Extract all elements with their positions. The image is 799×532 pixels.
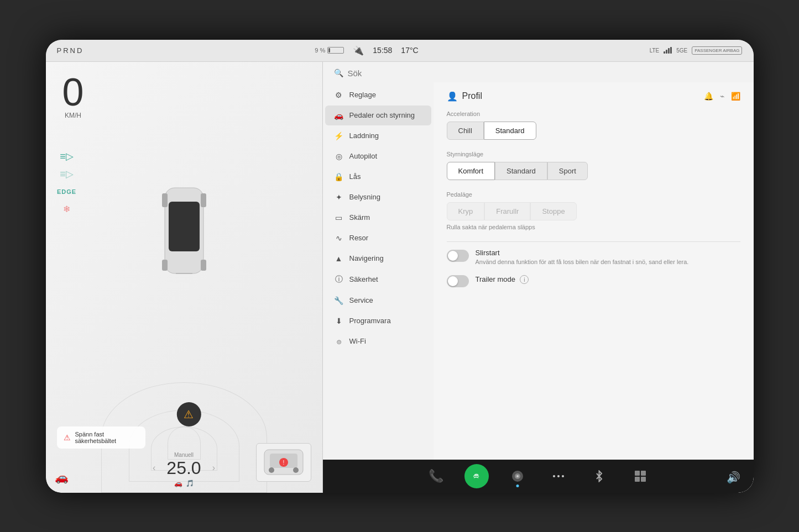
- sidebar-item-programvara[interactable]: ⬇ Programvara: [325, 311, 431, 331]
- slirstart-toggle[interactable]: [447, 250, 469, 262]
- skarm-icon: ▭: [334, 213, 344, 222]
- search-input[interactable]: [348, 69, 743, 78]
- sidebar-item-wifi[interactable]: ⌾ Wi-Fi: [325, 331, 431, 351]
- sidebar-item-laddning[interactable]: ⚡ Laddning: [325, 126, 431, 146]
- styrning-standard-button[interactable]: Standard: [495, 162, 547, 180]
- car-thumbnail: !: [256, 443, 311, 482]
- spotify-icon-taskbar[interactable]: [464, 464, 489, 488]
- menu-list: ⚙ Reglage 🚗 Pedaler och styrning ⚡ Laddn…: [323, 82, 434, 460]
- navigering-icon: ▲: [334, 254, 344, 263]
- top-bar-left: PRND: [57, 46, 84, 55]
- styrning-sport-button[interactable]: Sport: [547, 162, 588, 180]
- car-icon-bottom-small: 🚗: [174, 480, 182, 487]
- signal-bar-4: [670, 47, 672, 54]
- settings-panel: 👤 Profil 🔔 ⌁ 📶 Acceleration: [434, 82, 754, 460]
- svg-rect-5: [201, 260, 206, 271]
- bottom-icons: 🚗 🎵: [153, 480, 215, 487]
- svg-rect-22: [635, 477, 640, 482]
- acceleration-chill-button[interactable]: Chill: [447, 122, 484, 140]
- battery-fill: [328, 48, 330, 52]
- programvara-label: Programvara: [349, 317, 391, 325]
- sidebar-item-resor[interactable]: ∿ Resor: [325, 228, 431, 248]
- acceleration-standard-button[interactable]: Standard: [484, 122, 536, 140]
- search-bar: 🔍: [323, 62, 754, 82]
- speed-chevrons: ‹ 25.0 ›: [153, 458, 215, 478]
- styrningslage-label: Styrningsläge: [447, 151, 740, 157]
- speed-display: 0 KM/H: [62, 73, 84, 119]
- styrningslage-button-group: Komfort Standard Sport: [447, 162, 740, 180]
- signal-bars: [664, 47, 672, 54]
- sidebar-item-las[interactable]: 🔒 Lås: [325, 167, 431, 187]
- slirstart-text-group: Slirstart Använd denna funktion för att …: [476, 249, 689, 266]
- sidebar-item-belysning[interactable]: ✦ Belysning: [325, 187, 431, 207]
- sakerhet-icon: ⓘ: [334, 275, 344, 285]
- headlight-high-icon: ≡▷: [57, 150, 77, 162]
- pedalage-label: Pedaläge: [447, 191, 740, 198]
- signal-icon-header: 📶: [731, 92, 740, 101]
- pedalage-section: Pedaläge Kryp Frarullr Stoppe Rulla sakt…: [447, 191, 740, 230]
- svg-rect-3: [201, 193, 206, 207]
- svg-rect-21: [641, 471, 646, 476]
- headlight-low-icon: ≡▷: [57, 168, 77, 180]
- airbag-badge: PASSENGER AIRBAG: [692, 46, 742, 55]
- car-icon-taskbar-left[interactable]: 🚗: [55, 471, 69, 484]
- warning-alert-button[interactable]: ⚠: [176, 402, 201, 426]
- pedalage-button-group: Kryp Frarullr Stoppe: [447, 202, 740, 220]
- slirstart-row: Slirstart Använd denna funktion för att …: [447, 249, 740, 266]
- styrning-komfort-button[interactable]: Komfort: [447, 162, 495, 180]
- settings-header: 👤 Profil 🔔 ⌁ 📶: [447, 91, 740, 102]
- speed-value: 0: [62, 73, 84, 112]
- resor-label: Resor: [349, 234, 369, 242]
- sidebar-item-pedaler[interactable]: 🚗 Pedaler och styrning: [325, 106, 431, 125]
- sakerhet-label: Säkerhet: [349, 275, 378, 283]
- content-area: ⚙ Reglage 🚗 Pedaler och styrning ⚡ Laddn…: [323, 82, 754, 460]
- sidebar-item-skarm[interactable]: ▭ Skärm: [325, 208, 431, 228]
- sidebar-item-autopilot[interactable]: ◎ Autopilot: [325, 146, 431, 166]
- svg-point-13: [472, 471, 482, 481]
- styrningslage-section: Styrningsläge Komfort Standard Sport: [447, 151, 740, 180]
- media-icon-bottom: 🎵: [186, 480, 194, 487]
- reglage-label: Reglage: [349, 91, 376, 99]
- camera-icon-taskbar[interactable]: [505, 464, 530, 488]
- right-chevron[interactable]: ›: [212, 463, 215, 473]
- slirstart-description: Använd denna funktion för att få loss bi…: [476, 258, 689, 266]
- svg-point-17: [553, 475, 555, 477]
- settings-header-icons: 🔔 ⌁ 📶: [704, 92, 740, 101]
- sidebar-item-service[interactable]: 🔧 Service: [325, 291, 431, 310]
- service-label: Service: [349, 296, 373, 304]
- snow-warning-icon: ❄: [57, 203, 77, 215]
- phone-icon-taskbar[interactable]: 📞: [424, 464, 448, 488]
- time-display: 15:58: [373, 46, 392, 55]
- battery-indicator: 9 %: [315, 47, 344, 54]
- reglage-icon: ⚙: [334, 91, 344, 99]
- signal-bar-1: [664, 51, 665, 54]
- svg-rect-4: [162, 260, 168, 271]
- svg-point-16: [516, 475, 519, 477]
- bottom-speed: Manuell ‹ 25.0 › 🚗 🎵: [153, 452, 215, 487]
- trailer-mode-toggle-knob: [448, 276, 458, 286]
- svg-rect-23: [641, 477, 646, 482]
- grid-icon-taskbar[interactable]: [628, 464, 652, 488]
- bluetooth-icon-taskbar[interactable]: [587, 464, 612, 488]
- screen-wrapper: PRND 9 % 🔌 15:58 17°C LTE: [46, 40, 754, 493]
- autopilot-label: Autopilot: [349, 152, 378, 160]
- usb-icon: 🔌: [353, 45, 364, 56]
- seatbelt-icon: ⚠: [64, 433, 71, 442]
- trailer-mode-toggle[interactable]: [447, 275, 469, 287]
- bottom-taskbar: 📞: [323, 460, 754, 493]
- trailer-mode-row: Trailer mode i: [447, 274, 740, 287]
- battery-percent: 9 %: [315, 47, 325, 54]
- trailer-mode-info-icon[interactable]: i: [520, 275, 529, 284]
- signal-bar-2: [666, 50, 667, 54]
- service-icon: 🔧: [334, 296, 344, 305]
- sidebar-item-reglage[interactable]: ⚙ Reglage: [325, 85, 431, 105]
- trailer-mode-text-group: Trailer mode i: [476, 274, 529, 285]
- left-chevron[interactable]: ‹: [153, 463, 155, 473]
- svg-rect-2: [162, 193, 168, 207]
- slirstart-toggle-knob: [448, 251, 458, 261]
- sidebar-item-navigering[interactable]: ▲ Navigering: [325, 249, 431, 268]
- seatbelt-text: Spänn fast säkerhetsbältet: [75, 431, 139, 444]
- volume-icon[interactable]: 🔊: [727, 471, 740, 484]
- menu-dots-taskbar[interactable]: [546, 464, 571, 488]
- sidebar-item-sakerhet[interactable]: ⓘ Säkerhet: [325, 269, 431, 290]
